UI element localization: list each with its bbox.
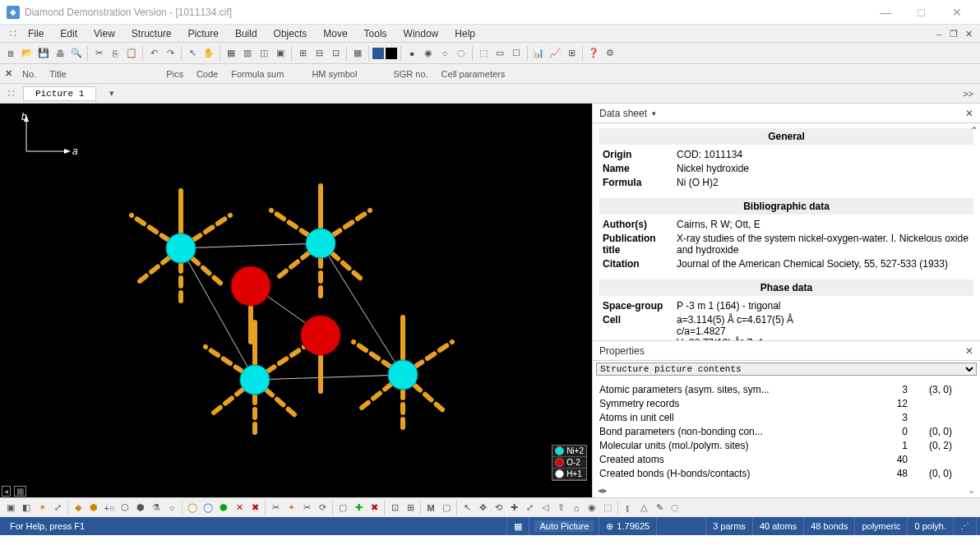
prop-next-icon[interactable]: ▸ [603,485,608,496]
viewport-hscroll[interactable]: ◂▦ [0,484,28,497]
bt-34-icon[interactable]: ⌂ [569,501,584,515]
col-no[interactable]: No. [17,69,41,79]
tab-overflow-icon[interactable]: >> [963,89,973,99]
atom-o[interactable] [231,266,270,306]
menu-tools[interactable]: Tools [356,26,395,41]
bt-16-icon[interactable]: ✖ [247,501,262,515]
status-resize-grip-icon[interactable]: ⋰ [954,517,977,535]
view2-icon[interactable]: ▭ [492,46,507,61]
bt-20-icon[interactable]: ⟳ [315,501,330,515]
sphere3-icon[interactable]: ○ [437,46,452,61]
bt-37-icon[interactable]: ⫿ [621,501,636,515]
atom-ni[interactable] [240,365,270,395]
col-pics[interactable]: Pics [161,69,188,79]
bt-28-icon[interactable]: ✥ [475,501,490,515]
menu-objects[interactable]: Objects [266,26,316,41]
paste-icon[interactable]: 📋 [124,46,139,61]
bt-36-icon[interactable]: ⬚ [600,501,615,515]
col-code[interactable]: Code [192,69,223,79]
bt-31-icon[interactable]: ⤢ [522,501,537,515]
menu-picture[interactable]: Picture [180,26,227,41]
bt-8-icon[interactable]: ⬡ [118,501,132,515]
bt-15-icon[interactable]: ✕ [232,501,247,515]
bt-6-icon[interactable]: ⬢ [86,501,101,515]
bt-21-icon[interactable]: ▢ [335,501,350,515]
bt-5-icon[interactable]: ◆ [71,501,86,515]
atom-ni[interactable] [166,233,196,263]
bt-2-icon[interactable]: ◧ [19,501,34,515]
sphere2-icon[interactable]: ◉ [421,46,436,61]
mdi-min-icon[interactable]: – [936,29,941,39]
tool-b-icon[interactable]: ▥ [240,46,255,61]
plot-icon[interactable]: 📈 [548,46,562,61]
bt-22-icon[interactable]: ✚ [351,501,366,515]
filter-close-icon[interactable]: ✕ [5,68,12,79]
status-auto[interactable]: Auto Picture [534,520,594,532]
open-icon[interactable]: 📂 [20,46,35,61]
preview-icon[interactable]: 🔍 [69,46,84,61]
bt-m-icon[interactable]: M [423,501,438,515]
viewport-3d[interactable]: b a [0,104,592,497]
bt-9-icon[interactable]: ⬢ [133,501,148,515]
bt-19-icon[interactable]: ✂ [299,501,314,515]
mdi-close-icon[interactable]: ✕ [965,29,973,39]
col-sgr[interactable]: SGR no. [388,69,432,79]
tab-new-icon[interactable]: ▾ [104,86,119,101]
atom-o[interactable] [301,316,340,355]
col-cell[interactable]: Cell parameters [437,69,511,79]
minimize-button[interactable]: — [869,6,902,19]
bt-33-icon[interactable]: ⇧ [553,501,568,515]
settings-icon[interactable]: ⚙ [603,46,617,61]
tool-g-icon[interactable]: ⊡ [328,46,343,61]
redo-icon[interactable]: ↷ [163,46,178,61]
view3-icon[interactable]: ☐ [509,46,524,61]
menu-window[interactable]: Window [395,26,447,41]
pointer-icon[interactable]: ↖ [185,46,200,61]
menu-structure[interactable]: Structure [123,26,180,41]
bt-39-icon[interactable]: ✎ [652,501,667,515]
bt-35-icon[interactable]: ◉ [585,501,599,515]
help-icon[interactable]: ❓ [586,46,601,61]
view1-icon[interactable]: ⬚ [476,46,491,61]
undo-icon[interactable]: ↶ [146,46,161,61]
bt-26-icon[interactable]: ▢ [439,501,454,515]
tool-d-icon[interactable]: ▣ [273,46,288,61]
menu-file[interactable]: File [20,26,52,41]
col-formula[interactable]: Formula sum [226,69,289,79]
tab-picture-1[interactable]: Picture 1 [23,86,96,101]
maximize-button[interactable]: □ [905,6,938,19]
properties-combo[interactable]: Structure picture contents [596,363,977,376]
tab-grip-icon[interactable]: ⸬ [3,86,18,101]
bt-17-icon[interactable]: ✂ [268,501,283,515]
bt-10-icon[interactable]: ⚗ [149,501,164,515]
bt-13-icon[interactable]: ◯ [201,501,215,515]
datasheet-pin-icon[interactable]: ▾ [652,109,656,118]
sphere-icon[interactable]: ● [404,46,419,61]
table-icon[interactable]: ⊞ [564,46,579,61]
menu-move[interactable]: Move [315,26,355,41]
grid-icon[interactable]: ▦ [350,46,365,61]
bt-38-icon[interactable]: △ [636,501,651,515]
bt-23-icon[interactable]: ✖ [367,501,381,515]
bt-18-icon[interactable]: ✦ [284,501,298,515]
menu-view[interactable]: View [86,26,123,41]
atom-ni[interactable] [388,360,418,390]
bt-25-icon[interactable]: ⊞ [403,501,418,515]
tool-a-icon[interactable]: ▦ [224,46,238,61]
bt-24-icon[interactable]: ⊡ [387,501,402,515]
mdi-restore-icon[interactable]: ❐ [950,29,958,39]
tool-e-icon[interactable]: ⊞ [295,46,310,61]
properties-close-icon[interactable]: ✕ [965,345,973,357]
menu-build[interactable]: Build [227,26,266,41]
bt-32-icon[interactable]: ◁ [538,501,552,515]
bt-27-icon[interactable]: ↖ [460,501,474,515]
new-icon[interactable]: 🗎 [3,46,18,61]
tool-f-icon[interactable]: ⊟ [312,46,326,61]
datasheet-collapse-icon[interactable]: ⌃ [970,125,978,136]
prop-scroll-icon[interactable]: ⌄ [968,485,975,496]
bt-1-icon[interactable]: ▣ [3,501,18,515]
bt-3-icon[interactable]: ✶ [35,501,49,515]
col-title[interactable]: Title [44,69,110,79]
color-black-icon[interactable] [386,48,397,59]
datasheet-close-icon[interactable]: ✕ [965,108,973,119]
